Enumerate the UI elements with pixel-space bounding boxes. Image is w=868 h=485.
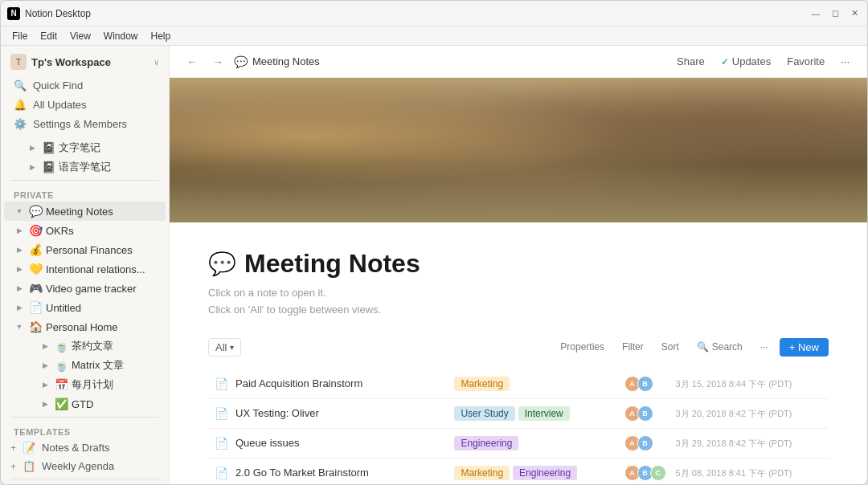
topbar-title-area: 💬 Meeting Notes xyxy=(234,55,665,68)
tag-badge: Interview xyxy=(518,406,570,421)
row-doc-icon: 📄 xyxy=(213,467,229,479)
view-chevron-icon: ▾ xyxy=(230,343,234,352)
sidebar-item-gtd[interactable]: ▶ ✅ GTD xyxy=(4,394,166,414)
menu-view[interactable]: View xyxy=(65,29,96,43)
timestamp-cell: 3月 20, 2018 8:42 下午 (PDT) xyxy=(671,398,829,428)
more-button[interactable]: ··· xyxy=(836,52,854,71)
view-selector[interactable]: All ▾ xyxy=(208,338,241,357)
page-title: Meeting Notes xyxy=(244,248,420,279)
sidebar-item-personal-home[interactable]: ▼ 🏠 Personal Home xyxy=(4,317,166,336)
quick-find-item[interactable]: 🔍 Quick Find xyxy=(7,76,162,95)
updates-button[interactable]: ✓ Updates xyxy=(716,52,776,71)
filter-button[interactable]: Filter xyxy=(616,339,650,355)
sidebar-item-tea-article[interactable]: ▶ 🍵 茶约文章 xyxy=(4,336,166,356)
add-icon: + xyxy=(10,442,16,454)
notebook2-icon: 📓 xyxy=(41,160,55,174)
sidebar-item-notebook2[interactable]: ▶ 📓 语言学笔记 xyxy=(4,157,166,177)
back-button[interactable]: ← xyxy=(182,52,202,71)
menu-file[interactable]: File xyxy=(7,29,32,43)
table-row[interactable]: 📄2.0 Go To Market BrainstormMarketingEng… xyxy=(208,458,829,484)
sidebar-item-game-tracker[interactable]: ▶ 🎮 Video game tracker xyxy=(4,279,166,298)
row-doc-icon: 📄 xyxy=(213,407,229,420)
share-button[interactable]: Share xyxy=(672,52,710,71)
menu-help[interactable]: Help xyxy=(146,29,176,43)
sidebar-item-okrs[interactable]: ▶ 🎯 OKRs xyxy=(4,221,166,240)
table-row[interactable]: 📄UX Testing: OliverUser StudyInterviewAB… xyxy=(208,398,829,428)
properties-button[interactable]: Properties xyxy=(554,339,611,355)
template-notes-drafts[interactable]: + 📝 Notes & Drafts xyxy=(4,438,166,457)
search-icon: 🔍 xyxy=(14,79,27,92)
sidebar-item-monthly[interactable]: ▶ 📅 每月计划 xyxy=(4,375,166,394)
chevron-icon: ▶ xyxy=(27,161,38,173)
chevron-icon: ▶ xyxy=(27,142,38,153)
sidebar-item-meeting-notes[interactable]: ▼ 💬 Meeting Notes xyxy=(4,202,166,221)
restore-button[interactable]: ◻ xyxy=(829,7,841,20)
template-weekly-agenda[interactable]: + 📋 Weekly Agenda xyxy=(4,457,166,475)
gtd-icon: ✅ xyxy=(54,397,68,411)
minimize-button[interactable]: — xyxy=(809,7,822,20)
avatar: B xyxy=(637,435,653,451)
meeting-notes-label: Meeting Notes xyxy=(46,206,159,218)
sidebar-item-finances[interactable]: ▶ 💰 Personal Finances xyxy=(4,240,166,259)
workspace-header[interactable]: T Tp's Workspace ∨ xyxy=(1,46,169,75)
db-more-button[interactable]: ··· xyxy=(754,339,775,355)
chevron-icon: ▶ xyxy=(39,340,51,352)
search-icon: 🔍 xyxy=(697,341,709,353)
menu-edit[interactable]: Edit xyxy=(35,29,62,43)
content-area: ← → 💬 Meeting Notes Share ✓ Updates Favo… xyxy=(170,46,867,484)
gtd-label: GTD xyxy=(72,398,159,410)
sidebar-item-untitled[interactable]: ▶ 📄 Untitled xyxy=(4,298,166,317)
tea-icon: 🍵 xyxy=(54,339,68,353)
window-controls: — ◻ ✕ xyxy=(809,7,861,20)
chevron-icon: ▶ xyxy=(39,379,51,390)
forward-button[interactable]: → xyxy=(208,52,227,71)
workspace-icon: T xyxy=(10,54,27,70)
okrs-label: OKRs xyxy=(46,225,159,237)
favorite-button[interactable]: Favorite xyxy=(782,52,829,71)
add-icon: + xyxy=(10,461,16,472)
updates-label: Updates xyxy=(732,55,771,67)
row-title-cell: 📄Queue issues xyxy=(213,437,444,450)
row-title-text: Queue issues xyxy=(235,437,300,449)
sidebar-actions: 🔍 Quick Find 🔔 All Updates ⚙️ Settings &… xyxy=(1,75,169,135)
settings-item[interactable]: ⚙️ Settings & Members xyxy=(7,115,162,133)
new-page-button[interactable]: + New Page xyxy=(1,483,169,484)
bell-icon: 🔔 xyxy=(14,99,27,111)
finances-icon: 💰 xyxy=(28,243,43,257)
sidebar-item-intentional[interactable]: ▶ 💛 Intentional relations... xyxy=(4,259,166,279)
page-icon-topbar: 💬 xyxy=(234,55,248,68)
okrs-icon: 🎯 xyxy=(28,223,43,238)
meeting-notes-icon: 💬 xyxy=(28,204,43,218)
subtitle-line2: Click on 'All' to toggle between views. xyxy=(208,302,829,319)
topbar-actions: Share ✓ Updates Favorite ··· xyxy=(672,52,854,71)
home-icon: 🏠 xyxy=(28,320,43,334)
avatar: B xyxy=(637,376,653,392)
page-body: 💬 Meeting Notes Click on a note to open … xyxy=(170,222,867,484)
finances-label: Personal Finances xyxy=(46,244,159,256)
cover-image xyxy=(170,78,867,222)
table-row[interactable]: 📄Paid Acquisition BrainstormMarketingAB3… xyxy=(208,369,829,399)
row-title-text: 2.0 Go To Market Brainstorm xyxy=(235,467,369,479)
row-title-text: Paid Acquisition Brainstorm xyxy=(235,377,362,389)
sidebar-item-notebook1[interactable]: ▶ 📓 文字笔记 xyxy=(4,138,166,157)
sort-button[interactable]: Sort xyxy=(655,339,686,355)
tag-badge: Marketing xyxy=(454,377,510,391)
chevron-icon: ▶ xyxy=(39,360,51,371)
sidebar-item-matrix[interactable]: ▶ 🍵 Matrix 文章 xyxy=(4,356,166,375)
monthly-label: 每月计划 xyxy=(72,377,159,392)
row-timestamp: 5月 08, 2018 8:41 下午 (PDT) xyxy=(676,468,792,478)
close-button[interactable]: ✕ xyxy=(848,7,861,20)
tag-badge: Marketing xyxy=(454,466,510,480)
gear-icon: ⚙️ xyxy=(14,118,27,130)
search-button[interactable]: 🔍 Search xyxy=(690,339,749,355)
all-updates-item[interactable]: 🔔 All Updates xyxy=(7,96,162,114)
titlebar: N Notion Desktop — ◻ ✕ xyxy=(1,1,867,26)
table-row[interactable]: 📄Queue issuesEngineeringAB3月 29, 2018 8:… xyxy=(208,428,829,458)
row-doc-icon: 📄 xyxy=(213,377,229,390)
personal-home-label: Personal Home xyxy=(46,321,159,333)
db-new-button[interactable]: + New xyxy=(780,338,829,357)
menu-window[interactable]: Window xyxy=(99,29,143,43)
chevron-icon: ▶ xyxy=(14,244,25,255)
row-timestamp: 3月 20, 2018 8:42 下午 (PDT) xyxy=(676,409,792,418)
divider1 xyxy=(10,180,159,181)
